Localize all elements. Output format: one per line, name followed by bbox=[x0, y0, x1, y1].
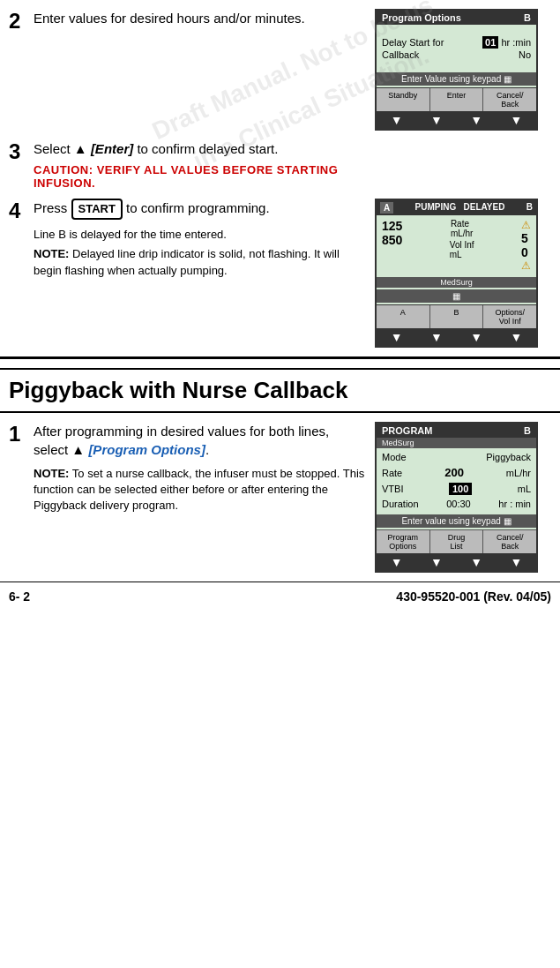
prog-screen: PROGRAM B MedSurg Mode Piggyback Rate 20… bbox=[375, 422, 538, 573]
step4-arrows: ▼ ▼ ▼ ▼ bbox=[377, 328, 536, 346]
pump-val0: 0 bbox=[521, 245, 528, 259]
prog-mode-row: Mode Piggyback bbox=[377, 450, 536, 464]
step2-cancel-btn[interactable]: Cancel/Back bbox=[483, 88, 536, 111]
step2-arrow1[interactable]: ▼ bbox=[377, 111, 416, 129]
step1pb-note: NOTE: To set a nurse callback, the infus… bbox=[34, 466, 366, 514]
step4-row: 4 Press START to confirm programming. Li… bbox=[0, 199, 560, 348]
step2-arrow3[interactable]: ▼ bbox=[457, 111, 497, 129]
pump-vol-label: Vol InfmL bbox=[450, 240, 474, 259]
step3-italic: [Enter] bbox=[91, 141, 133, 156]
step4-pump-data: 125 850 RatemL/hr Vol InfmL ⚠ 5 0 ⚠ bbox=[377, 215, 536, 275]
pump-125: 125 bbox=[382, 219, 402, 233]
step2-number: 2 bbox=[9, 9, 34, 34]
step2-delay-value: 01 bbox=[482, 36, 498, 49]
start-button-label: START bbox=[71, 200, 123, 215]
prog-buttons: ProgramOptions DrugList Cancel/Back bbox=[377, 529, 536, 553]
step1pb-device: PROGRAM B MedSurg Mode Piggyback Rate 20… bbox=[375, 422, 551, 573]
prog-bar-icon: ▦ bbox=[504, 516, 511, 526]
prog-title: PROGRAM bbox=[382, 425, 432, 436]
prog-duration-unit: hr : min bbox=[498, 499, 531, 509]
step2-standby-btn[interactable]: Standby bbox=[377, 88, 430, 111]
step2-text-col: 2 Enter values for desired hours and/or … bbox=[9, 9, 375, 34]
prog-rate-label: Rate bbox=[382, 468, 402, 478]
step2-arrow4[interactable]: ▼ bbox=[497, 111, 536, 129]
step2-row: 2 Enter values for desired hours and/or … bbox=[0, 9, 560, 131]
step4-bar: ▦ bbox=[377, 289, 536, 303]
step1pb-header: 1 After programming in desired values fo… bbox=[9, 422, 366, 514]
step4-arrow1[interactable]: ▼ bbox=[377, 328, 416, 346]
step4-arrow3[interactable]: ▼ bbox=[457, 328, 497, 346]
step4-arrow2[interactable]: ▼ bbox=[416, 328, 456, 346]
step2-screen-body: Delay Start for 01 hr :min Callback No bbox=[377, 25, 536, 71]
step2-delay-label: Delay Start for bbox=[382, 37, 444, 48]
step3-header: 3 Select ▲ [Enter] to confirm delayed st… bbox=[9, 139, 366, 190]
step4-pumping-header: A PUMPING DELAYED B bbox=[377, 200, 536, 215]
step1pb-text: After programming in desired values for … bbox=[34, 424, 329, 457]
pump-val5: 5 bbox=[521, 231, 528, 245]
step2-callback-label: Callback bbox=[382, 49, 419, 60]
prog-arrow4[interactable]: ▼ bbox=[497, 553, 536, 571]
step2-buttons: Standby Enter Cancel/Back bbox=[377, 87, 536, 111]
step4-buttons: A B Options/Vol Inf bbox=[377, 304, 536, 328]
step4-btn-b[interactable]: B bbox=[430, 305, 484, 328]
step4-content: Press START to confirm programming. Line… bbox=[34, 199, 366, 279]
prog-vtbi-value: 100 bbox=[449, 483, 472, 495]
step4-header: 4 Press START to confirm programming. Li… bbox=[9, 199, 366, 279]
step4-device: A PUMPING DELAYED B 125 850 RatemL bbox=[375, 199, 551, 348]
page: Draft Manual. Not to be us in a Clinical… bbox=[0, 0, 560, 968]
prog-btn3[interactable]: Cancel/Back bbox=[483, 530, 536, 553]
prog-vtbi-unit: mL bbox=[518, 484, 531, 494]
step4-text: Press START to confirm programming. bbox=[34, 200, 270, 215]
step1pb-content: After programming in desired values for … bbox=[34, 422, 366, 514]
pump-warn1: ⚠ bbox=[521, 219, 531, 231]
step2-delay-suffix: :min bbox=[512, 37, 531, 48]
step3-text: Select ▲ [Enter] to confirm delayed star… bbox=[34, 141, 278, 156]
step2-text: Enter values for desired hours and/or mi… bbox=[34, 9, 305, 27]
prog-mode-label: Mode bbox=[382, 452, 407, 462]
step2-bar-icon: ▦ bbox=[504, 74, 511, 84]
section-heading: Piggyback with Nurse Callback bbox=[0, 368, 560, 413]
step2-screen-header: Program Options B bbox=[377, 11, 536, 25]
section-divider bbox=[0, 356, 560, 359]
step3-content: Select ▲ [Enter] to confirm delayed star… bbox=[34, 139, 366, 190]
prog-btn1[interactable]: ProgramOptions bbox=[377, 530, 430, 553]
prog-medsurg: MedSurg bbox=[377, 438, 536, 448]
step3-row: 3 Select ▲ [Enter] to confirm delayed st… bbox=[0, 139, 560, 190]
step4-pump-right: ⚠ 5 0 ⚠ bbox=[521, 219, 531, 272]
step1pb-number: 1 bbox=[9, 422, 34, 447]
step4-header-a: A bbox=[380, 202, 393, 214]
step2-screen: Program Options B Delay Start for 01 hr … bbox=[375, 9, 538, 131]
prog-rate-unit: mL/hr bbox=[506, 468, 531, 478]
step3-number: 3 bbox=[9, 139, 34, 165]
footer-left: 6- 2 bbox=[9, 589, 30, 604]
step4-btn-options[interactable]: Options/Vol Inf bbox=[483, 305, 536, 328]
prog-arrow2[interactable]: ▼ bbox=[416, 553, 456, 571]
prog-arrow1[interactable]: ▼ bbox=[377, 553, 416, 571]
step4-medsurg: MedSurg bbox=[377, 277, 536, 288]
pump-rate-label: RatemL/hr bbox=[451, 219, 474, 238]
prog-arrows: ▼ ▼ ▼ ▼ bbox=[377, 553, 536, 571]
step2-bar: Enter Value using keypad ▦ bbox=[377, 72, 536, 86]
prog-btn2[interactable]: DrugList bbox=[430, 530, 484, 553]
step2-bar-label: Enter Value using keypad bbox=[401, 74, 501, 84]
prog-arrow3[interactable]: ▼ bbox=[457, 553, 497, 571]
step2-screen-title: Program Options bbox=[382, 12, 461, 23]
step2-device: Program Options B Delay Start for 01 hr … bbox=[375, 9, 551, 131]
step4-note2: NOTE: Delayed line drip indicator is sol… bbox=[34, 246, 366, 278]
step2-delay-unit: hr bbox=[501, 37, 510, 48]
step4-btn-a[interactable]: A bbox=[377, 305, 430, 328]
prog-duration-row: Duration 00:30 hr : min bbox=[377, 497, 536, 511]
step2-arrow2[interactable]: ▼ bbox=[416, 111, 456, 129]
step4-arrow4[interactable]: ▼ bbox=[497, 328, 536, 346]
step1pb-text-col: 1 After programming in desired values fo… bbox=[9, 422, 375, 514]
prog-rate-row: Rate 200 mL/hr bbox=[377, 464, 536, 481]
step2-enter-btn[interactable]: Enter bbox=[430, 88, 484, 111]
footer-right: 430-95520-001 (Rev. 04/05) bbox=[396, 589, 551, 604]
prog-header-b: B bbox=[524, 425, 531, 436]
prog-bar: Enter value using keypad ▦ bbox=[377, 514, 536, 528]
prog-vtbi-row: VTBI 100 mL bbox=[377, 481, 536, 497]
step3-text-col: 3 Select ▲ [Enter] to confirm delayed st… bbox=[9, 139, 375, 190]
step2-callback-value: No bbox=[519, 49, 531, 60]
prog-header: PROGRAM B bbox=[377, 424, 536, 438]
step2-arrows: ▼ ▼ ▼ ▼ bbox=[377, 111, 536, 129]
